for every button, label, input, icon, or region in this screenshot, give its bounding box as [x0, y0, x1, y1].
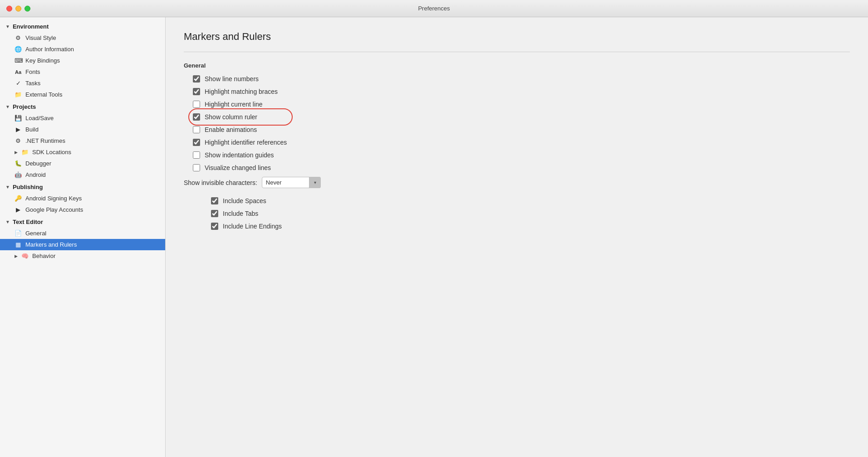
sidebar-item-dotnet-runtimes[interactable]: ⚙ .NET Runtimes [0, 135, 165, 146]
titlebar: Preferences [0, 0, 868, 17]
minimize-button[interactable] [15, 5, 21, 11]
include-tabs-checkbox[interactable] [211, 210, 218, 217]
checkbox-row-visualize-changed-lines: Visualize changed lines [184, 164, 850, 171]
indent-checkboxes-group: Include Spaces Include Tabs Include Line… [184, 197, 850, 230]
include-line-endings-label[interactable]: Include Line Endings [223, 223, 282, 230]
highlight-current-line-label[interactable]: Highlight current line [205, 101, 263, 108]
folder-icon: 📁 [15, 91, 22, 98]
sidebar-section-publishing: ▼ Publishing 🔑 Android Signing Keys ▶ Go… [0, 181, 165, 215]
sidebar-item-tasks[interactable]: ✓ Tasks [0, 78, 165, 89]
sidebar-item-author-information[interactable]: 🌐 Author Information [0, 44, 165, 55]
checkbox-row-show-line-numbers: Show line numbers [184, 75, 850, 83]
expand-arrow-publishing: ▼ [5, 185, 10, 190]
keyboard-icon: ⌨ [15, 57, 22, 64]
main-layout: ▼ Environment ⚙ Visual Style 🌐 Author In… [0, 17, 868, 457]
checkbox-row-show-indentation-guides: Show indentation guides [184, 151, 850, 159]
invisible-chars-label: Show invisible characters: [184, 179, 257, 186]
highlight-matching-braces-label[interactable]: Highlight matching braces [205, 88, 278, 95]
checkbox-row-highlight-identifier-references: Highlight identifier references [184, 139, 850, 146]
play-store-icon: ▶ [15, 206, 22, 213]
behavior-expand-arrow: ▶ [15, 254, 18, 258]
save-icon: 💾 [15, 115, 22, 122]
sidebar-item-android-signing-keys[interactable]: 🔑 Android Signing Keys [0, 193, 165, 204]
sidebar-section-label-publishing: Publishing [13, 184, 43, 190]
show-line-numbers-checkbox[interactable] [193, 75, 200, 83]
markers-icon: ▦ [15, 241, 22, 248]
invisible-chars-select-wrapper: Never Always Selection ▾ [262, 177, 321, 188]
show-indentation-guides-label[interactable]: Show indentation guides [205, 151, 274, 159]
visualize-changed-lines-label[interactable]: Visualize changed lines [205, 164, 271, 171]
expand-arrow-environment: ▼ [5, 24, 10, 29]
sidebar: ▼ Environment ⚙ Visual Style 🌐 Author In… [0, 17, 166, 457]
content-area: Markers and Rulers General Show line num… [166, 17, 868, 457]
checkbox-row-include-line-endings: Include Line Endings [211, 223, 850, 230]
sidebar-item-behavior[interactable]: ▶ 🧠 Behavior [0, 250, 165, 262]
include-line-endings-checkbox[interactable] [211, 223, 218, 230]
section-divider [184, 52, 850, 52]
checkbox-row-highlight-matching-braces: Highlight matching braces [184, 88, 850, 95]
show-column-ruler-label[interactable]: Show column ruler [205, 113, 257, 121]
android-icon: 🤖 [15, 171, 22, 178]
highlight-identifier-references-label[interactable]: Highlight identifier references [205, 139, 287, 146]
general-section-label: General [184, 62, 850, 69]
sidebar-item-key-bindings[interactable]: ⌨ Key Bindings [0, 55, 165, 66]
expand-arrow-text-editor: ▼ [5, 219, 10, 224]
sidebar-item-external-tools[interactable]: 📁 External Tools [0, 89, 165, 100]
checkbox-row-enable-animations: Enable animations [184, 126, 850, 133]
sidebar-item-general[interactable]: 📄 General [0, 228, 165, 239]
sidebar-item-sdk-locations[interactable]: ▶ 📁 SDK Locations [0, 146, 165, 158]
invisible-chars-select[interactable]: Never Always Selection [262, 177, 321, 188]
show-indentation-guides-checkbox[interactable] [193, 151, 200, 159]
sidebar-section-label-environment: Environment [13, 23, 49, 30]
show-line-numbers-label[interactable]: Show line numbers [205, 75, 259, 83]
gear-icon: ⚙ [15, 34, 22, 41]
sidebar-section-label-text-editor: Text Editor [13, 219, 43, 225]
play-icon: ▶ [15, 126, 22, 133]
highlight-current-line-checkbox[interactable] [193, 101, 200, 108]
sidebar-item-visual-style[interactable]: ⚙ Visual Style [0, 32, 165, 44]
traffic-lights [6, 5, 30, 11]
checkmark-icon: ✓ [15, 80, 22, 87]
sidebar-item-build[interactable]: ▶ Build [0, 124, 165, 135]
enable-animations-label[interactable]: Enable animations [205, 126, 257, 133]
sidebar-section-header-text-editor[interactable]: ▼ Text Editor [0, 216, 165, 228]
sidebar-item-fonts[interactable]: Aa Fonts [0, 66, 165, 78]
behavior-icon: 🧠 [21, 253, 29, 259]
sidebar-section-header-environment[interactable]: ▼ Environment [0, 21, 165, 32]
globe-icon: 🌐 [15, 46, 22, 53]
page-title: Markers and Rulers [184, 31, 850, 43]
checkbox-row-include-spaces: Include Spaces [211, 197, 850, 204]
sidebar-item-debugger[interactable]: 🐛 Debugger [0, 158, 165, 169]
highlight-matching-braces-checkbox[interactable] [193, 88, 200, 95]
window-title: Preferences [418, 5, 450, 12]
include-spaces-checkbox[interactable] [211, 197, 218, 204]
sidebar-item-markers-and-rulers[interactable]: ▦ Markers and Rulers [0, 239, 165, 250]
sidebar-section-header-publishing[interactable]: ▼ Publishing [0, 181, 165, 193]
show-column-ruler-checkbox[interactable] [193, 113, 200, 121]
highlight-identifier-references-checkbox[interactable] [193, 139, 200, 146]
include-spaces-label[interactable]: Include Spaces [223, 197, 266, 204]
sidebar-section-projects: ▼ Projects 💾 Load/Save ▶ Build ⚙ .NET Ru… [0, 101, 165, 180]
sdk-folder-icon: 📁 [21, 149, 29, 156]
maximize-button[interactable] [25, 5, 30, 11]
sidebar-item-google-play-accounts[interactable]: ▶ Google Play Accounts [0, 204, 165, 215]
enable-animations-checkbox[interactable] [193, 126, 200, 133]
sidebar-section-header-projects[interactable]: ▼ Projects [0, 101, 165, 112]
document-icon: 📄 [15, 230, 22, 237]
sidebar-section-text-editor: ▼ Text Editor 📄 General ▦ Markers and Ru… [0, 216, 165, 262]
sdk-expand-arrow: ▶ [15, 150, 18, 155]
expand-arrow-projects: ▼ [5, 104, 10, 109]
visualize-changed-lines-checkbox[interactable] [193, 164, 200, 171]
dotnet-icon: ⚙ [15, 137, 22, 144]
key-icon: 🔑 [15, 195, 22, 202]
fonts-icon: Aa [15, 69, 22, 75]
sidebar-item-load-save[interactable]: 💾 Load/Save [0, 112, 165, 124]
checkbox-row-show-column-ruler: Show column ruler [184, 113, 850, 121]
sidebar-item-android[interactable]: 🤖 Android [0, 169, 165, 180]
sidebar-section-label-projects: Projects [13, 103, 36, 110]
sidebar-section-environment: ▼ Environment ⚙ Visual Style 🌐 Author In… [0, 21, 165, 100]
debugger-icon: 🐛 [15, 160, 22, 167]
checkbox-row-highlight-current-line: Highlight current line [184, 101, 850, 108]
include-tabs-label[interactable]: Include Tabs [223, 210, 258, 217]
close-button[interactable] [6, 5, 12, 11]
